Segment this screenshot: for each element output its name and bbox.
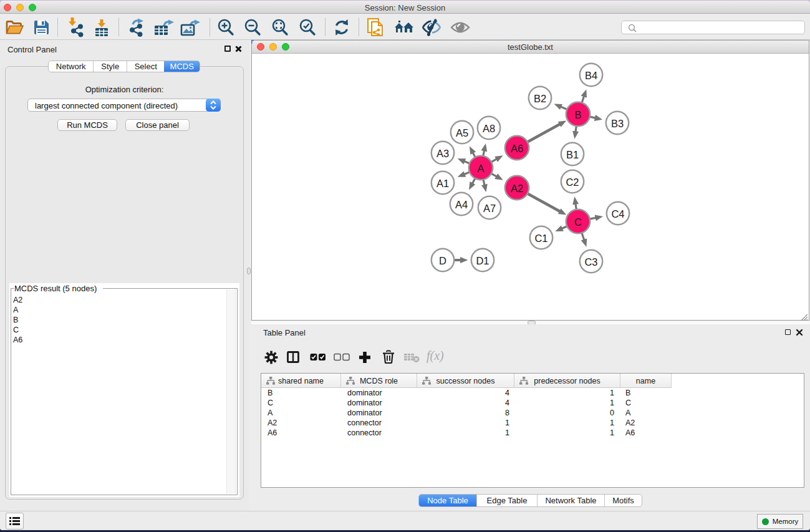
svg-text:A: A	[477, 163, 484, 174]
svg-text:C3: C3	[584, 256, 597, 268]
svg-text:B4: B4	[585, 70, 597, 81]
svg-text:A4: A4	[455, 199, 468, 210]
svg-text:A8: A8	[483, 123, 495, 134]
svg-text:C: C	[574, 216, 582, 228]
svg-text:C4: C4	[611, 208, 624, 220]
svg-text:A6: A6	[511, 143, 523, 154]
svg-text:A2: A2	[511, 183, 523, 194]
svg-text:B3: B3	[611, 118, 624, 129]
svg-text:B1: B1	[566, 149, 579, 160]
svg-text:D: D	[439, 255, 446, 266]
svg-text:B2: B2	[534, 93, 546, 104]
svg-text:A5: A5	[456, 127, 468, 138]
svg-text:C1: C1	[534, 233, 547, 244]
svg-text:A1: A1	[436, 178, 449, 189]
svg-text:C2: C2	[566, 177, 579, 188]
svg-text:D1: D1	[476, 255, 489, 266]
svg-text:A3: A3	[436, 148, 449, 159]
svg-text:A7: A7	[483, 203, 496, 214]
svg-text:B: B	[574, 109, 581, 120]
